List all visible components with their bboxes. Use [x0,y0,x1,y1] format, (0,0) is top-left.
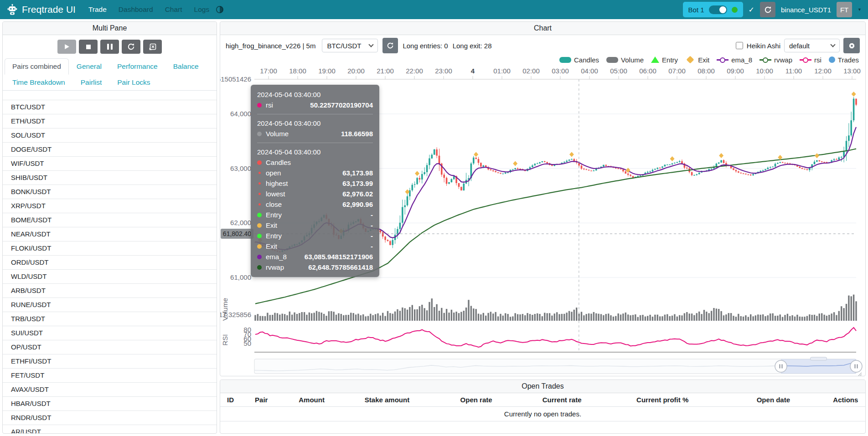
svg-text:RSI: RSI [221,334,229,345]
pair-list-item[interactable]: SHIB/USDT [3,170,217,185]
user-avatar[interactable]: FT [837,2,852,17]
pair-list-item[interactable]: ARB/USDT [3,283,217,298]
legend-item[interactable]: Volume [606,56,644,64]
svg-text:22:00: 22:00 [406,67,423,75]
column-header[interactable]: Stake amount [341,393,433,406]
pair-list-item[interactable]: BOME/USDT [3,213,217,227]
brand[interactable]: Freqtrade UI [6,4,76,15]
legend-item[interactable]: rvwap [760,56,792,64]
start-bot-button[interactable] [57,40,76,54]
svg-text:61,000: 61,000 [230,273,251,281]
legend-item[interactable]: Trades [829,56,859,64]
nav-links: TradeDashboardChartLogs [88,5,209,14]
user-menu-caret-icon[interactable]: ▼ [858,7,862,12]
reload-config-button[interactable] [122,40,140,54]
sidebar-tab[interactable]: Performance [109,58,165,75]
svg-text:04:00: 04:00 [581,67,598,75]
pair-list-item[interactable]: FLOKI/USDT [3,241,217,255]
sidebar-tab[interactable]: Balance [165,58,207,75]
column-header[interactable]: ID [220,393,241,406]
pair-list-item[interactable]: BONK/USDT [3,185,217,199]
pair-list-item[interactable]: WLD/USDT [3,269,217,283]
pair-list-item[interactable]: ETH/USDT [3,114,217,128]
plot-config-select[interactable]: default [784,39,840,52]
long-exit-count: Long exit: 28 [453,42,492,50]
forget-bot-button[interactable] [143,40,162,54]
chart-refresh-button[interactable] [382,38,398,53]
theme-toggle-icon[interactable] [216,5,224,14]
pair-list-item[interactable]: AR/USDT [3,425,217,433]
no-open-trades-message: Currently no open trades. [220,406,865,421]
svg-text:61,802.40: 61,802.40 [223,230,251,237]
chart-panel-title: Chart [220,22,865,35]
pair-list-item[interactable]: OP/USDT [3,340,217,354]
pair-list-item[interactable]: RUNE/USDT [3,298,217,312]
bot-label: Bot 1 [688,6,704,14]
sidebar-tab[interactable]: Pair Locks [109,74,158,91]
column-header[interactable]: Actions [826,393,865,406]
legend-item[interactable]: Candles [559,56,599,64]
svg-text:23:00: 23:00 [435,67,452,75]
nav-link[interactable]: Logs [194,5,210,14]
chart-toolbar: high_frog_binance_v226 | 5m BTC/USDT Lon… [220,35,865,54]
svg-text:64,000: 64,000 [230,110,251,118]
pair-list-item[interactable]: SUI/USDT [3,326,217,340]
nav-link[interactable]: Chart [165,5,182,14]
column-header[interactable]: Open rate [433,393,520,406]
sidebar-tab[interactable]: General [69,58,109,75]
svg-text:07:00: 07:00 [668,67,686,75]
pair-list-item[interactable]: TRB/USDT [3,312,217,326]
open-trades-table: IDPairAmountStake amountOpen rateCurrent… [220,393,865,406]
pause-bot-button[interactable] [100,40,119,54]
legend-marker-icon [800,57,811,63]
pair-list-item[interactable]: WIF/USDT [3,156,217,170]
bot-selector[interactable]: Bot 1 [683,2,743,17]
sidebar-tab[interactable]: Pairlist [73,74,110,91]
pair-list-item[interactable]: XRP/USDT [3,199,217,213]
pair-list-item[interactable]: ORDI/USDT [3,255,217,269]
svg-text:63,000: 63,000 [230,164,251,172]
column-header[interactable]: Current profit % [604,393,721,406]
svg-text:4: 4 [471,67,475,75]
legend-item[interactable]: Entry [651,56,678,64]
svg-text:19:00: 19:00 [318,67,336,75]
legend-item[interactable]: Exit [685,56,709,64]
legend-item[interactable]: rsi [800,56,822,64]
global-refresh-button[interactable] [760,2,775,17]
chevron-down-icon [830,42,835,47]
plot-settings-button[interactable] [843,38,860,53]
legend-marker-icon [606,57,618,63]
long-entries-count: Long entries: 0 [403,42,448,50]
pair-list-item[interactable]: ETHFI/USDT [3,354,217,368]
column-header[interactable]: Pair [241,393,282,406]
column-header[interactable]: Current rate [520,393,604,406]
nav-link[interactable]: Trade [88,5,107,14]
nav-link[interactable]: Dashboard [119,5,153,14]
chart-body: 64,00063,00062,00061,00017:0018:0019:002… [220,65,863,376]
pair-list-item[interactable]: FET/USDT [3,368,217,382]
column-header[interactable]: Amount [282,393,341,406]
top-navbar: Freqtrade UI TradeDashboardChartLogs Bot… [0,0,868,19]
legend-marker-icon [829,56,835,63]
stop-bot-button[interactable] [79,40,98,54]
pair-select[interactable]: BTC/USDT [322,39,378,52]
pair-list-item[interactable]: BTC/USDT [3,100,217,114]
chart-tooltip: 2024-05-04 03:40:00rsi50.225770201907042… [251,85,379,277]
heikin-ashi-checkbox[interactable] [736,42,743,49]
bot-online-indicator [732,7,738,13]
sidebar-tab[interactable]: Time Breakdown [5,74,73,91]
pair-list-item[interactable]: AVAX/USDT [3,382,217,396]
legend-item[interactable]: ema_8 [717,56,752,64]
bot-toggle[interactable] [709,5,727,14]
sidebar-tab[interactable]: Pairs combined [5,58,69,75]
pair-list-item[interactable]: RNDR/USDT [3,410,217,425]
login-check-icon: ✓ [749,5,754,14]
open-trades-title: Open Trades [220,380,865,393]
pair-list-item[interactable]: NEAR/USDT [3,227,217,241]
pair-list-item[interactable]: DOGE/USDT [3,142,217,156]
pair-list-item[interactable]: SOL/USDT [3,128,217,142]
column-header[interactable]: Open date [721,393,826,406]
legend-marker-icon [559,57,571,63]
strategy-timeframe-label: high_frog_binance_v226 | 5m [226,42,315,50]
pair-list-item[interactable]: HBAR/USDT [3,396,217,410]
